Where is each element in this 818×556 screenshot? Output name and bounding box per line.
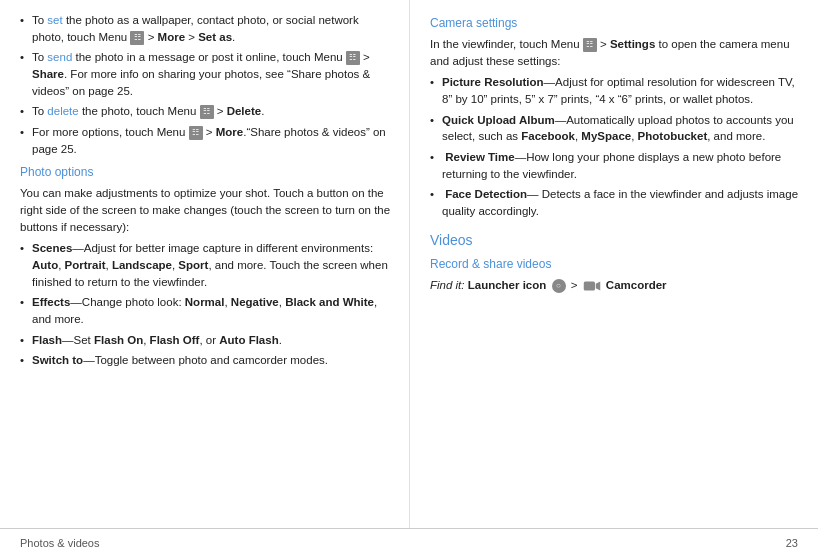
- camcorder-icon: [583, 279, 601, 293]
- svg-marker-1: [595, 281, 600, 290]
- switch-to-label: Switch to: [32, 354, 83, 366]
- videos-heading: Videos: [430, 230, 802, 251]
- find-it-launcher-text: Launcher icon: [468, 279, 547, 291]
- menu-icon: ☷: [200, 105, 214, 119]
- page-container: To set the photo as a wallpaper, contact…: [0, 0, 818, 528]
- bw-label: Black and White: [285, 296, 374, 308]
- list-item: To set the photo as a wallpaper, contact…: [20, 12, 393, 45]
- find-it-line: Find it: Launcher icon ○ > Camcorder: [430, 277, 802, 294]
- list-item: Review Time—How long your phone displays…: [430, 149, 802, 182]
- camcorder-label: Camcorder: [606, 279, 667, 291]
- right-column: Camera settings In the viewfinder, touch…: [410, 0, 818, 528]
- list-item: Effects—Change photo look: Normal, Negat…: [20, 294, 393, 327]
- face-label: Face Detection: [445, 188, 527, 200]
- list-item: Quick Upload Album—Automatically upload …: [430, 112, 802, 145]
- footer-left-text: Photos & videos: [20, 537, 786, 549]
- more-label2: More: [216, 126, 243, 138]
- arrow-text: >: [571, 279, 578, 291]
- upload-label: Quick Upload Album: [442, 114, 555, 126]
- list-item: For more options, touch Menu ☷ > More.“S…: [20, 124, 393, 157]
- list-item: Flash—Set Flash On, Flash Off, or Auto F…: [20, 332, 393, 349]
- svg-rect-0: [583, 281, 594, 290]
- photobucket-label: Photobucket: [638, 130, 708, 142]
- myspace-label: MySpace: [581, 130, 631, 142]
- record-share-heading: Record & share videos: [430, 255, 802, 273]
- find-it-label: Find it:: [430, 279, 465, 291]
- auto-label: Auto: [32, 259, 58, 271]
- menu-icon: ☷: [189, 126, 203, 140]
- review-label: Review Time: [445, 151, 514, 163]
- normal-label: Normal: [185, 296, 225, 308]
- delete-link: delete: [47, 105, 78, 117]
- send-link: send: [47, 51, 72, 63]
- camera-settings-intro: In the viewfinder, touch Menu ☷ > Settin…: [430, 36, 802, 69]
- negative-label: Negative: [231, 296, 279, 308]
- launcher-icon: ○: [552, 279, 566, 293]
- facebook-label: Facebook: [521, 130, 575, 142]
- flash-off-label: Flash Off: [150, 334, 200, 346]
- photo-options-heading: Photo options: [20, 163, 393, 181]
- set-link: set: [47, 14, 62, 26]
- page-number: 23: [786, 537, 798, 549]
- portrait-label: Portrait: [65, 259, 106, 271]
- list-item: Picture Resolution—Adjust for optimal re…: [430, 74, 802, 107]
- top-bullets: To set the photo as a wallpaper, contact…: [20, 12, 393, 157]
- sport-label: Sport: [178, 259, 208, 271]
- photo-options-intro: You can make adjustments to optimize you…: [20, 185, 393, 235]
- camera-settings-heading: Camera settings: [430, 14, 802, 32]
- list-item: Face Detection— Detects a face in the vi…: [430, 186, 802, 219]
- list-item: Scenes—Adjust for better image capture i…: [20, 240, 393, 290]
- flash-label: Flash: [32, 334, 62, 346]
- menu-icon: ☷: [346, 51, 360, 65]
- auto-flash-label: Auto Flash: [219, 334, 278, 346]
- left-column: To set the photo as a wallpaper, contact…: [0, 0, 410, 528]
- more-label: More: [158, 31, 185, 43]
- effects-label: Effects: [32, 296, 70, 308]
- scenes-label: Scenes: [32, 242, 72, 254]
- delete-label: Delete: [227, 105, 262, 117]
- list-item: To delete the photo, touch Menu ☷ > Dele…: [20, 103, 393, 120]
- camera-bullets: Picture Resolution—Adjust for optimal re…: [430, 74, 802, 219]
- footer-bar: Photos & videos 23: [0, 528, 818, 556]
- resolution-label: Picture Resolution: [442, 76, 544, 88]
- share-label: Share: [32, 68, 64, 80]
- menu-icon: ☷: [583, 38, 597, 52]
- flash-on-label: Flash On: [94, 334, 143, 346]
- launcher-label: Launcher icon: [468, 279, 547, 291]
- photo-options-bullets: Scenes—Adjust for better image capture i…: [20, 240, 393, 369]
- settings-label: Settings: [610, 38, 655, 50]
- setas-label: Set as: [198, 31, 232, 43]
- list-item: Switch to—Toggle between photo and camco…: [20, 352, 393, 369]
- landscape-label: Landscape: [112, 259, 172, 271]
- list-item: To send the photo in a message or post i…: [20, 49, 393, 99]
- menu-icon: ☷: [130, 31, 144, 45]
